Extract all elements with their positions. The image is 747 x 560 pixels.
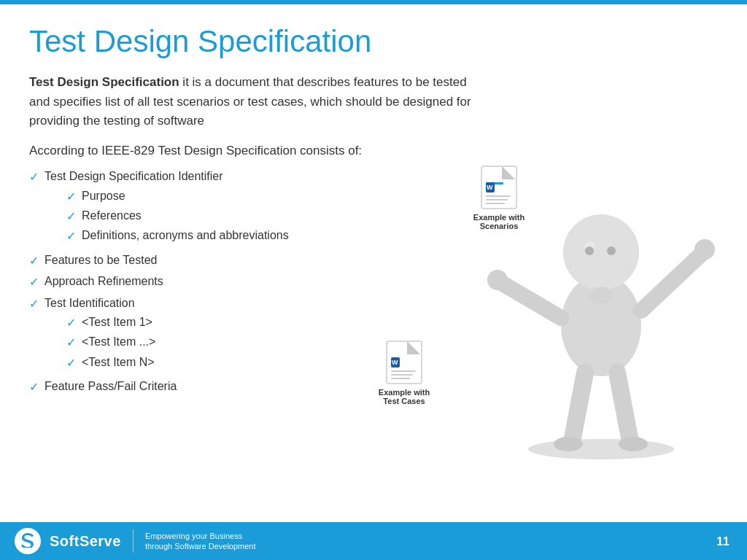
list-item: ✓ Definitions, acronyms and abbreviation… <box>66 228 289 244</box>
svg-rect-14 <box>391 370 416 372</box>
doc-cases-label: Example with Test Cases <box>375 388 433 405</box>
svg-rect-15 <box>391 374 413 376</box>
svg-text:W: W <box>392 359 398 366</box>
footer-divider <box>133 529 133 553</box>
footer: SoftServe Empowering your Business throu… <box>0 522 747 560</box>
check-icon: ✓ <box>29 296 39 312</box>
svg-point-19 <box>563 214 639 290</box>
sub-checklist-test: ✓ <Test Item 1> ✓ <Test Item ...> ✓ <Tes… <box>66 314 155 371</box>
check-icon: ✓ <box>66 228 76 244</box>
check-icon: ✓ <box>29 379 39 395</box>
slide: Test Design Specification Test Design Sp… <box>0 0 747 560</box>
svg-line-22 <box>641 252 703 311</box>
list-item: ✓ References <box>66 208 289 225</box>
company-name: SoftServe <box>50 533 121 550</box>
list-item-label: Test Identification <box>44 297 135 309</box>
check-icon: ✓ <box>29 169 39 185</box>
list-item-label: Test Design Specification Identifier <box>44 170 223 182</box>
list-item-label: <Test Item N> <box>82 354 155 370</box>
sub-checklist: ✓ Purpose ✓ References ✓ Definitions, ac… <box>66 188 289 245</box>
doc-icon-cases: W Example with Test Cases <box>375 340 433 405</box>
softserve-logo-icon <box>20 532 36 548</box>
list-item-label: Purpose <box>82 188 125 204</box>
word-doc-icon-cases: W <box>385 340 423 385</box>
list-item-features: ✓ Features to be Tested <box>29 252 467 269</box>
svg-point-27 <box>554 437 583 451</box>
check-icon: ✓ <box>66 355 76 371</box>
svg-point-17 <box>528 439 674 459</box>
svg-rect-16 <box>391 378 410 379</box>
list-item-label: Feature Pass/Fail Criteria <box>44 378 177 394</box>
svg-point-23 <box>694 239 715 260</box>
figure-3d <box>477 158 725 478</box>
check-icon: ✓ <box>66 209 76 225</box>
figure-svg <box>477 158 725 464</box>
list-item-approach: ✓ Approach Refinements <box>29 273 467 290</box>
description-bold: Test Design Specification <box>29 75 179 89</box>
slide-title: Test Design Specification <box>29 25 718 58</box>
list-item: ✓ Purpose <box>66 188 289 205</box>
logo-symbol <box>20 532 36 551</box>
svg-rect-20 <box>590 287 612 303</box>
tagline-line1: Empowering your Business <box>145 531 256 541</box>
list-item-label: <Test Item ...> <box>82 334 155 350</box>
list-item: ✓ <Test Item 1> <box>66 314 155 331</box>
footer-tagline: Empowering your Business through Softwar… <box>145 531 256 552</box>
svg-point-28 <box>619 437 648 451</box>
slide-number: 11 <box>716 535 729 548</box>
svg-point-30 <box>585 246 594 255</box>
check-icon: ✓ <box>66 335 76 351</box>
svg-line-26 <box>617 373 630 442</box>
svg-line-21 <box>499 281 561 318</box>
svg-line-25 <box>572 373 585 442</box>
svg-point-31 <box>607 246 616 255</box>
list-item-label: References <box>82 208 142 224</box>
logo-circle <box>15 528 41 554</box>
tagline-line2: through Software Development <box>145 541 256 551</box>
slide-content: Test Design Specification Test Design Sp… <box>0 4 747 522</box>
list-item-label: <Test Item 1> <box>82 314 152 330</box>
description-paragraph: Test Design Specification it is a docume… <box>29 73 481 131</box>
list-item: ✓ <Test Item N> <box>66 354 155 371</box>
check-icon: ✓ <box>66 189 76 205</box>
list-item-label: Features to be Tested <box>44 252 157 268</box>
check-icon: ✓ <box>29 253 39 269</box>
list-item-label: Definitions, acronyms and abbreviations <box>82 228 289 244</box>
check-icon: ✓ <box>29 274 39 290</box>
according-text: According to IEEE-829 Test Design Specif… <box>29 144 481 158</box>
svg-point-24 <box>487 270 508 290</box>
list-item: ✓ Test Design Specification Identifier ✓… <box>29 168 467 248</box>
list-item-label: Approach Refinements <box>44 273 163 289</box>
list-item: ✓ <Test Item ...> <box>66 334 155 351</box>
footer-logo: SoftServe <box>15 528 121 554</box>
check-icon: ✓ <box>66 315 76 331</box>
